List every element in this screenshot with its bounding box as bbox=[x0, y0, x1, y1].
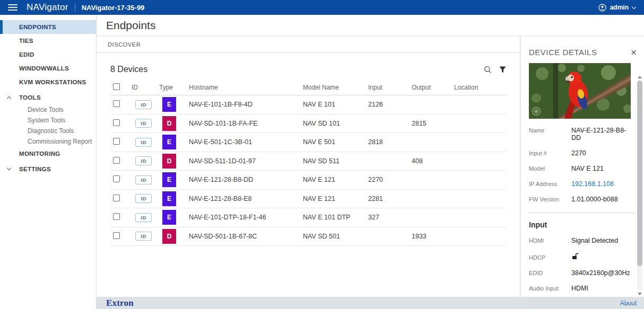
cell-id: ID bbox=[132, 175, 159, 184]
sidebar-nav: ENDPOINTSTIESEDIDWINDOWWALLSKVM WORKSTAT… bbox=[0, 15, 97, 309]
sidebar-item-edid[interactable]: EDID bbox=[0, 48, 96, 61]
type-badge: D bbox=[162, 154, 176, 169]
table-row: IDDNAV-SD-101-1B-FA-FENAV SD 1012815 bbox=[110, 114, 506, 134]
sidebar-item-commissioning-report[interactable]: Commissioning Report bbox=[0, 136, 96, 147]
sidebar-item-label: KVM WORKSTATIONS bbox=[19, 79, 86, 85]
detail-value: NAV-E-121-28-B8-DD bbox=[571, 127, 636, 142]
device-details-panel: DEVICE DETAILS × bbox=[520, 36, 644, 297]
cell-hostname: NAV-E-101-1B-F8-4D bbox=[189, 101, 303, 108]
column-header-location: Location bbox=[454, 84, 506, 91]
detail-label: Audio Input bbox=[529, 285, 571, 292]
sidebar-item-tools[interactable]: TOOLS bbox=[0, 91, 96, 104]
type-badge: D bbox=[162, 116, 176, 131]
identify-button[interactable]: ID bbox=[135, 213, 152, 222]
filter-icon[interactable] bbox=[499, 66, 506, 73]
search-icon[interactable] bbox=[484, 66, 492, 74]
cell-type: E bbox=[159, 97, 189, 112]
table-body: IDENAV-E-101-1B-F8-4DNAV E 1012126IDDNAV… bbox=[110, 95, 506, 246]
cell-type: E bbox=[159, 135, 189, 149]
cell-id: ID bbox=[132, 194, 159, 203]
row-checkbox[interactable] bbox=[113, 119, 120, 126]
sidebar-item-diagnostic-tools[interactable]: Diagnostic Tools bbox=[0, 126, 96, 136]
cell-model: NAV E 501 bbox=[303, 138, 368, 146]
cell-select bbox=[110, 213, 132, 222]
username: admin bbox=[610, 4, 629, 11]
select-all-checkbox[interactable] bbox=[113, 83, 120, 90]
table-row: IDENAV-E-101-1B-F8-4DNAV E 1012126 bbox=[110, 95, 506, 114]
identify-button[interactable]: ID bbox=[135, 194, 152, 203]
detail-label: EDID bbox=[529, 270, 571, 276]
scrollbar-track[interactable] bbox=[637, 80, 642, 291]
cell-type: D bbox=[159, 154, 189, 169]
tab-discover[interactable]: DISCOVER bbox=[107, 37, 142, 52]
detail-field-name: NameNAV-E-121-28-B8-DD bbox=[529, 127, 636, 142]
chevron-up-icon bbox=[7, 96, 11, 101]
identify-button[interactable]: ID bbox=[135, 119, 152, 128]
table-row: IDENAV-E-501-1C-3B-01NAV E 5012818 bbox=[110, 133, 506, 152]
details-panel-title: DEVICE DETAILS bbox=[529, 48, 597, 57]
cell-input: 2818 bbox=[368, 138, 412, 146]
column-header-hostname: Hostname bbox=[189, 84, 303, 91]
detail-label: HDCP bbox=[529, 254, 571, 261]
row-checkbox[interactable] bbox=[113, 175, 120, 182]
column-header-select bbox=[110, 83, 132, 92]
sidebar-item-device-tools[interactable]: Device Tools bbox=[0, 104, 96, 115]
scroll-down-arrow-icon[interactable] bbox=[638, 293, 642, 295]
scroll-up-arrow-icon[interactable] bbox=[638, 76, 642, 78]
row-checkbox[interactable] bbox=[113, 195, 120, 201]
detail-field-hdcp: HDCP bbox=[529, 252, 636, 261]
cell-model: NAV E 101 bbox=[303, 101, 368, 108]
sidebar-item-label: WINDOWWALLS bbox=[19, 65, 69, 72]
detail-value: Signal Detected bbox=[571, 237, 618, 244]
type-badge: E bbox=[162, 172, 176, 187]
identify-button[interactable]: ID bbox=[135, 156, 152, 165]
identify-button[interactable]: ID bbox=[135, 232, 152, 241]
detail-value: NAV E 121 bbox=[571, 165, 604, 172]
user-icon bbox=[598, 4, 606, 12]
identify-button[interactable]: ID bbox=[135, 138, 152, 147]
ip-address-link[interactable]: 192.168.1.108 bbox=[571, 180, 614, 188]
cell-type: E bbox=[159, 172, 189, 187]
row-checkbox[interactable] bbox=[113, 138, 120, 145]
input-section-fields: HDMISignal DetectedHDCPEDID3840x2160p@30… bbox=[520, 237, 644, 292]
row-checkbox[interactable] bbox=[113, 100, 120, 107]
identify-button[interactable]: ID bbox=[135, 175, 152, 184]
detail-value: 3840x2160p@30Hz bbox=[571, 269, 630, 277]
sidebar-item-ties[interactable]: TIES bbox=[0, 34, 96, 48]
cell-input: 2270 bbox=[368, 176, 412, 183]
type-badge: E bbox=[162, 191, 176, 206]
scrollbar-thumb[interactable] bbox=[637, 81, 642, 266]
table-header-row: IDTypeHostnameModel NameInputOutputLocat… bbox=[110, 80, 506, 95]
sidebar-item-kvm-workstations[interactable]: KVM WORKSTATIONS bbox=[0, 75, 96, 89]
sidebar-item-endpoints[interactable]: ENDPOINTS bbox=[0, 20, 96, 34]
detail-label: FW Version bbox=[529, 196, 571, 202]
cell-input: 327 bbox=[368, 214, 412, 221]
cell-hostname: NAV-E-501-1C-3B-01 bbox=[189, 138, 303, 146]
row-checkbox[interactable] bbox=[113, 157, 120, 164]
hamburger-menu-icon[interactable] bbox=[8, 3, 18, 12]
sidebar-item-monitoring[interactable]: MONITORING bbox=[0, 147, 96, 161]
device-table: IDTypeHostnameModel NameInputOutputLocat… bbox=[110, 80, 506, 246]
cell-model: NAV SD 101 bbox=[303, 120, 368, 127]
detail-label: Name bbox=[529, 127, 571, 134]
sidebar-item-windowwalls[interactable]: WINDOWWALLS bbox=[0, 61, 96, 75]
cell-hostname: NAV-SD-101-1B-FA-FE bbox=[189, 120, 303, 127]
table-row: IDDNAV-SD-501-1B-67-8CNAV SD 5011933 bbox=[110, 227, 506, 246]
sidebar-item-system-tools[interactable]: System Tools bbox=[0, 115, 96, 126]
panel-scrollbar[interactable] bbox=[637, 74, 643, 297]
sidebar-item-settings[interactable]: SETTINGS bbox=[0, 162, 96, 176]
output-section-title: Output bbox=[520, 302, 644, 309]
user-menu[interactable]: admin bbox=[598, 4, 636, 12]
identify-button[interactable]: ID bbox=[135, 100, 152, 109]
cell-select bbox=[110, 195, 132, 203]
sidebar-item-label: TIES bbox=[19, 38, 33, 44]
cell-input: 2281 bbox=[368, 195, 412, 202]
row-checkbox[interactable] bbox=[113, 232, 120, 239]
detail-value: HDMI bbox=[571, 285, 588, 292]
row-checkbox[interactable] bbox=[113, 213, 120, 220]
cell-id: ID bbox=[132, 156, 159, 165]
cell-type: E bbox=[159, 210, 189, 225]
chevron-down-icon bbox=[7, 166, 11, 170]
cell-select bbox=[110, 100, 132, 109]
close-icon[interactable]: × bbox=[631, 49, 637, 56]
